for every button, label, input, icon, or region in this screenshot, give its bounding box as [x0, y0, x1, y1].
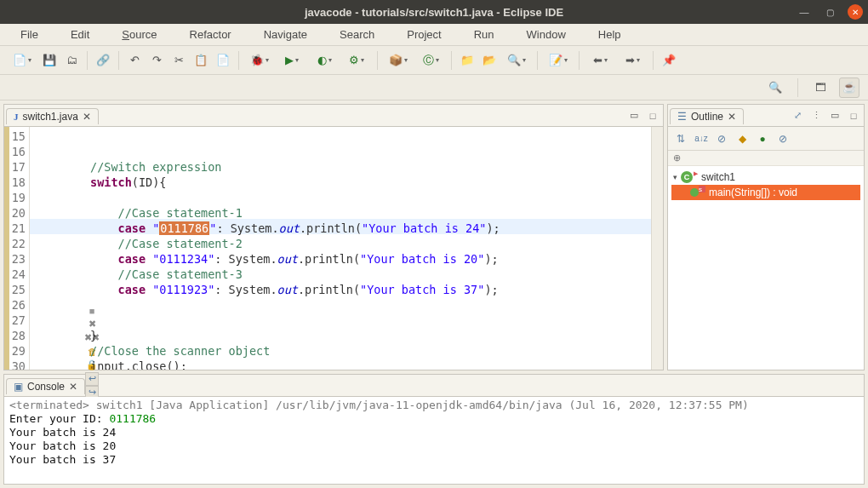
menu-run[interactable]: Run [460, 26, 508, 43]
link-button[interactable]: 🔗 [93, 50, 113, 71]
console-tab-close-button[interactable]: ✕ [69, 381, 77, 393]
new-package-button[interactable]: 📦 [383, 50, 414, 71]
menu-file[interactable]: File [7, 26, 52, 43]
outline-focus-button[interactable]: ⤢ [791, 109, 804, 123]
console-word-wrap-button[interactable]: ↩ [85, 372, 99, 386]
outline-class-node[interactable]: ▾ C ▶ switch1 [671, 169, 860, 185]
outline-hide-local-button[interactable]: ⊘ [775, 131, 791, 146]
code-line[interactable]: //Close the scanner object [35, 343, 651, 359]
window-minimize-button[interactable] [797, 4, 812, 20]
outline-az-button[interactable]: a↓z [694, 131, 709, 146]
window-close-button[interactable] [848, 4, 863, 20]
class-icon: C [681, 171, 693, 183]
cut-button[interactable]: ✂ [168, 50, 189, 71]
outline-toolbar: ⇅ a↓z ⊘ ◆ ● ⊘ [668, 127, 864, 151]
save-all-button[interactable]: 🗂 [61, 50, 82, 71]
editor-tab-switch1[interactable]: J switch1.java ✕ [6, 108, 99, 124]
outline-class-label: switch1 [701, 171, 735, 183]
forward-button[interactable]: ➡ [617, 50, 648, 71]
code-line[interactable] [35, 190, 651, 205]
console-line: Your batch is 20 [9, 439, 859, 453]
menu-help[interactable]: Help [585, 26, 635, 43]
menu-search[interactable]: Search [326, 26, 388, 43]
tree-expand-icon[interactable]: ▾ [673, 173, 677, 181]
menu-source[interactable]: Source [108, 26, 170, 43]
code-line[interactable]: input.close(); [35, 359, 651, 370]
titlebar: javacode - tutorials/src/switch1.java - … [0, 0, 868, 24]
new-button[interactable]: 📄 [7, 50, 37, 71]
run-button[interactable]: ▶ [277, 50, 307, 71]
outline-tab[interactable]: ☰ Outline ✕ [670, 108, 744, 124]
outline-minimize-button[interactable]: ▭ [828, 109, 842, 123]
outline-tab-close-button[interactable]: ✕ [728, 111, 736, 123]
menu-window[interactable]: Window [513, 26, 580, 43]
outline-method-label: main(String[]) : void [709, 187, 797, 198]
code-line[interactable]: //Switch expression [35, 159, 651, 175]
pin-button[interactable]: 📌 [659, 50, 679, 71]
outline-tab-label: Outline [691, 111, 723, 123]
console-tab[interactable]: ▣ Console ✕ [6, 378, 85, 394]
outline-method-node[interactable]: s main(String[]) : void [671, 185, 860, 200]
code-line[interactable] [35, 313, 651, 328]
code-line[interactable]: //Case statement-3 [35, 267, 651, 282]
back-button[interactable]: ⬅ [585, 50, 615, 71]
code-line[interactable]: case "0111923": System.out.println("Your… [35, 282, 651, 297]
outline-package-row: ⊕ [668, 151, 864, 166]
java-perspective-button[interactable]: ☕ [839, 78, 859, 98]
undo-button[interactable]: ↶ [124, 50, 145, 71]
outline-hide-nonpublic-button[interactable]: ● [755, 131, 770, 146]
menu-project[interactable]: Project [393, 26, 454, 43]
code-line[interactable]: //Case statement-1 [35, 205, 651, 221]
copy-button[interactable]: 📋 [191, 50, 211, 71]
outline-pane: ☰ Outline ✕ ⤢ ⋮ ▭ □ ⇅ a↓z ⊘ ◆ ● ⊘ ⊕ ▾ C [667, 104, 865, 370]
outline-sort-button[interactable]: ⇅ [673, 131, 688, 146]
main-toolbar: 📄 💾 🗂 🔗 ↶ ↷ ✂ 📋 📄 🐞 ▶ ◐ ⚙ 📦 Ⓒ 📁 📂 🔍 📝 ⬅ … [0, 46, 868, 75]
search-button[interactable]: 🔍 [501, 50, 532, 71]
console-line: Your batch is 24 [9, 426, 859, 439]
new-type-button[interactable]: Ⓒ [415, 50, 446, 71]
annotations-button[interactable]: 📝 [543, 50, 574, 71]
code-line[interactable] [35, 297, 651, 313]
external-tools-button[interactable]: ⚙ [341, 50, 372, 71]
console-tab-label: Console [27, 381, 65, 393]
outline-hide-static-button[interactable]: ◆ [734, 131, 750, 146]
code-line[interactable]: case "0111234": System.out.println("Your… [35, 251, 651, 267]
editor-minimize-button[interactable]: ▭ [627, 109, 641, 123]
coverage-button[interactable]: ◐ [309, 50, 340, 71]
code-line[interactable]: switch(ID){ [35, 175, 651, 190]
code-line[interactable] [35, 129, 651, 144]
editor-maximize-button[interactable]: □ [646, 109, 660, 123]
menu-edit[interactable]: Edit [57, 26, 103, 43]
quick-access-button[interactable]: 🔍 [765, 78, 785, 98]
outline-hide-fields-button[interactable]: ⊘ [714, 131, 729, 146]
outline-tabbar: ☰ Outline ✕ ⤢ ⋮ ▭ □ [668, 105, 864, 127]
method-icon [690, 188, 699, 197]
editor-pane: J switch1.java ✕ ▭ □ 1516171819202122232… [3, 104, 664, 370]
editor-scrollbar[interactable] [651, 127, 663, 370]
static-marker-icon: s [699, 186, 705, 192]
code-area[interactable]: //Switch expression switch(ID){ //Case s… [30, 127, 651, 370]
outline-tree[interactable]: ▾ C ▶ switch1 s main(String[]) : void [668, 166, 864, 370]
code-line[interactable] [35, 144, 651, 159]
editor-tab-close-button[interactable]: ✕ [83, 111, 91, 123]
paste-button[interactable]: 📄 [213, 50, 233, 71]
open-perspective-button[interactable]: 🗔 [810, 78, 831, 98]
open-task-button[interactable]: 📂 [479, 50, 500, 71]
editor-body[interactable]: 15161718192021222324252627282930 //Switc… [4, 127, 663, 370]
menu-refactor[interactable]: Refactor [176, 26, 245, 43]
save-button[interactable]: 💾 [39, 50, 60, 71]
open-type-button[interactable]: 📁 [457, 50, 477, 71]
outline-menu-button[interactable]: ⋮ [809, 109, 823, 123]
debug-button[interactable]: 🐞 [244, 50, 275, 71]
redo-button[interactable]: ↷ [146, 50, 167, 71]
code-line[interactable]: //Case statement-2 [35, 236, 651, 251]
window-maximize-button[interactable] [822, 4, 837, 20]
menu-navigate[interactable]: Navigate [250, 26, 321, 43]
console-output[interactable]: <terminated> switch1 [Java Application] … [4, 397, 864, 484]
outline-maximize-button[interactable]: □ [847, 109, 860, 123]
console-tabbar: ▣ Console ✕ ■ ✖ ✖✖ 🗑 🔒 ↩ ↪ 📌 ▾ ▾ ▭ □ [4, 375, 864, 397]
code-line[interactable]: case "0111786": System.out.println("Your… [35, 221, 651, 236]
sub-toolbar: 🔍 🗔 ☕ [0, 75, 868, 100]
code-line[interactable]: } [35, 328, 651, 343]
console-icon: ▣ [14, 381, 23, 393]
